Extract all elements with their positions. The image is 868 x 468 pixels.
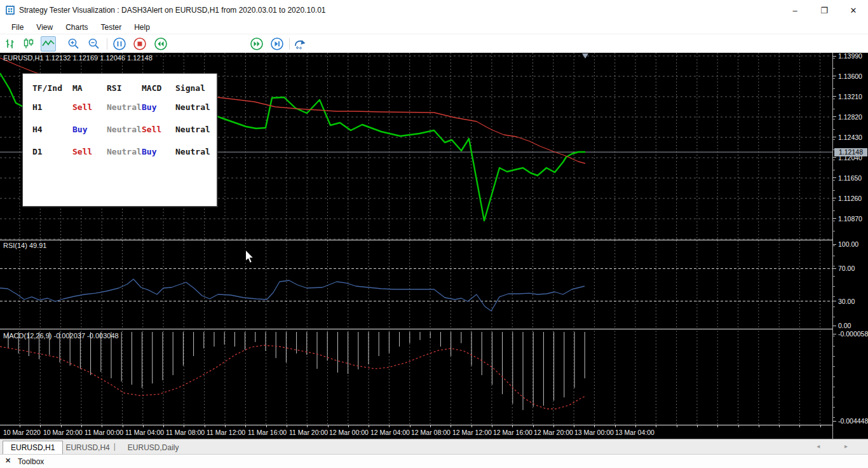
time-axis-label: 10 Mar 20:00 — [43, 429, 83, 436]
current-price-tag: 1.12148 — [834, 148, 867, 156]
scale-minor-tick — [833, 266, 835, 266]
dashboard-signal-sell: Sell — [72, 147, 92, 156]
toolbar: Skip to 2024.12.30 00:00 ▼ — [0, 34, 868, 53]
time-tick — [799, 425, 800, 427]
tab-divider: | — [114, 442, 116, 451]
pause-icon[interactable] — [112, 36, 127, 52]
menu-item-tester[interactable]: Tester — [94, 22, 128, 33]
menu-item-charts[interactable]: Charts — [59, 22, 94, 33]
chart-tab-eurusd-h4[interactable]: EURUSD,H4 — [58, 441, 117, 454]
dashboard-signal-neutral: Neutral — [107, 102, 142, 112]
scale-tick — [833, 334, 836, 334]
time-tick — [430, 425, 431, 427]
time-tick — [369, 425, 369, 427]
rsi-scale-label: 70.00 — [838, 265, 855, 272]
toolbar-separator — [107, 38, 107, 50]
scale-minor-tick — [833, 346, 835, 347]
menu-item-file[interactable]: File — [5, 22, 30, 33]
time-tick — [697, 425, 698, 427]
time-tick — [163, 425, 164, 427]
rewind-icon[interactable] — [153, 36, 168, 52]
dashboard-signal-neutral: Neutral — [175, 125, 210, 134]
dashboard-signal-buy: Buy — [72, 125, 87, 134]
time-axis-label: 12 Mar 08:00 — [411, 429, 451, 436]
scale-tick — [833, 268, 836, 269]
toolbox-close-icon[interactable]: ✕ — [5, 457, 11, 465]
rsi-indicator-pane[interactable]: RSI(14) 49.91 — [0, 240, 832, 329]
minimize-button[interactable]: – — [780, 0, 810, 20]
zoom-out-icon[interactable] — [86, 36, 102, 52]
zoom-in-icon[interactable] — [66, 36, 81, 52]
maximize-button[interactable]: ❐ — [810, 0, 839, 20]
time-tick — [287, 425, 287, 427]
dashboard-timeframe: H1 — [32, 102, 43, 112]
time-axis-label: 12 Mar 16:00 — [493, 429, 532, 436]
scale-tick — [833, 137, 836, 137]
price-chart-pane[interactable]: EURUSD,H1 1.12132 1.12169 1.12046 1.1214… — [0, 53, 832, 240]
scale-minor-tick — [833, 180, 835, 181]
scale-minor-tick — [833, 366, 835, 367]
time-axis-label: 11 Mar 12:00 — [207, 429, 245, 436]
macd-indicator-pane[interactable]: MACD(12,26,9) -0.002037 -0.003048 — [0, 331, 832, 425]
dashboard-signal-sell: Sell — [142, 125, 161, 134]
time-tick — [102, 425, 102, 427]
scale-tick — [833, 157, 836, 158]
line-chart-icon[interactable] — [41, 36, 56, 52]
time-tick — [574, 425, 574, 427]
time-tick — [533, 425, 534, 427]
time-tick — [615, 425, 616, 427]
skip-to-end-icon[interactable] — [269, 36, 285, 52]
scale-minor-tick — [833, 376, 835, 377]
time-tick — [225, 425, 226, 427]
rsi-scale-label: 100.00 — [838, 240, 858, 248]
fast-forward-icon[interactable] — [249, 36, 264, 52]
scale-minor-tick — [833, 170, 835, 170]
dashboard-signal-neutral: Neutral — [175, 147, 210, 156]
time-tick — [410, 425, 410, 427]
dashboard-signal-neutral: Neutral — [175, 102, 210, 112]
time-tick — [512, 425, 513, 427]
title-bar: Strategy Tester Visualization : DASH3Ale… — [0, 0, 868, 20]
time-tick — [656, 425, 656, 427]
time-tick — [61, 425, 62, 427]
menu-item-help[interactable]: Help — [128, 22, 156, 33]
dashboard-header: MACD — [142, 83, 161, 93]
time-tick — [348, 425, 349, 427]
chart-region: EURUSD,H1 1.12132 1.12169 1.12046 1.1214… — [0, 53, 868, 439]
scale-minor-tick — [833, 129, 835, 130]
skip-to-icon[interactable] — [293, 36, 308, 52]
chart-tab-eurusd-h1[interactable]: EURUSD,H1 — [3, 441, 63, 454]
time-tick — [492, 425, 492, 427]
time-tick — [40, 425, 41, 427]
dashboard-signal-neutral: Neutral — [107, 125, 142, 134]
scale-tick — [833, 96, 836, 97]
time-tick — [266, 425, 267, 427]
pane-separator[interactable] — [0, 329, 868, 329]
bar-chart-icon[interactable] — [3, 36, 18, 52]
rsi-scale-label: 0.00 — [838, 322, 851, 329]
main-scale-label: 1.13600 — [838, 72, 862, 80]
toolbox-bar: ✕ Toolbox — [0, 454, 868, 468]
scale-minor-tick — [833, 78, 835, 79]
scale-minor-tick — [833, 99, 835, 99]
main-scale-label: 1.12430 — [838, 134, 862, 141]
menu-item-view[interactable]: View — [30, 22, 59, 33]
main-scale-label: 1.13210 — [838, 93, 862, 100]
macd-signal-line — [0, 345, 585, 409]
scale-tick — [833, 76, 836, 76]
chart-tab-eurusd-daily[interactable]: EURUSD,Daily — [120, 441, 187, 454]
time-axis-label: 12 Mar 04:00 — [370, 429, 410, 436]
time-axis-label: 11 Mar 04:00 — [125, 429, 164, 436]
close-button[interactable]: ✕ — [839, 0, 868, 20]
time-tick — [328, 425, 329, 427]
candlestick-icon[interactable] — [21, 36, 36, 52]
stop-icon[interactable] — [132, 36, 147, 52]
main-scale-label: 1.13990 — [838, 52, 862, 60]
time-tick — [759, 425, 759, 427]
scale-minor-tick — [833, 139, 835, 140]
price-scale-column: 1.139901.136001.132101.128201.124301.120… — [832, 53, 868, 439]
scale-tick — [833, 244, 836, 245]
scale-minor-tick — [833, 306, 835, 307]
time-tick — [389, 425, 390, 427]
tab-scroll-arrows[interactable]: ◂ ▸ — [817, 443, 859, 450]
